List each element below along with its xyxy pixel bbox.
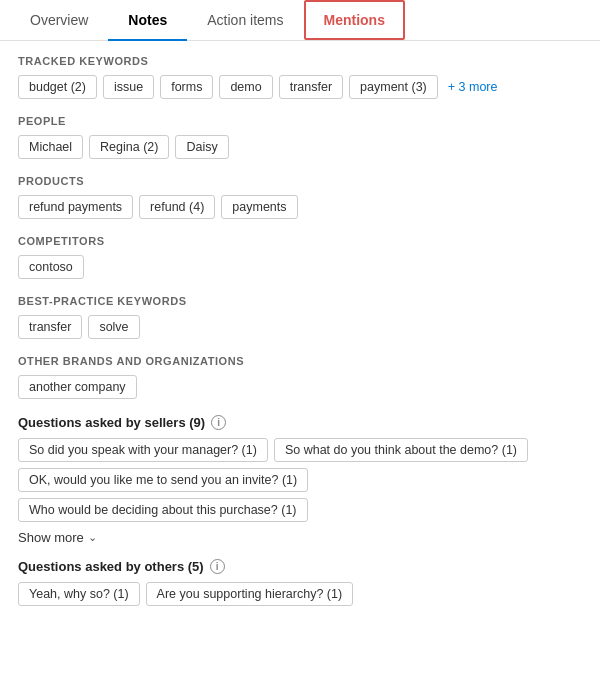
tab-notes[interactable]: Notes: [108, 0, 187, 40]
show-more-button[interactable]: Show more ⌄: [18, 530, 582, 545]
products-tags: refund payments refund (4) payments: [18, 195, 582, 219]
section-products: PRODUCTS refund payments refund (4) paym…: [18, 175, 582, 219]
tag-refund[interactable]: refund (4): [139, 195, 215, 219]
chevron-down-icon: ⌄: [88, 531, 97, 544]
show-more-label: Show more: [18, 530, 84, 545]
tab-bar: Overview Notes Action items Mentions: [0, 0, 600, 41]
tag-forms[interactable]: forms: [160, 75, 213, 99]
section-best-practice: BEST-PRACTICE KEYWORDS transfer solve: [18, 295, 582, 339]
best-practice-title: BEST-PRACTICE KEYWORDS: [18, 295, 582, 307]
other-brands-title: OTHER BRANDS AND ORGANIZATIONS: [18, 355, 582, 367]
other-brands-tags: another company: [18, 375, 582, 399]
tag-contoso[interactable]: contoso: [18, 255, 84, 279]
best-practice-tags: transfer solve: [18, 315, 582, 339]
tag-q-other-1[interactable]: Yeah, why so? (1): [18, 582, 140, 606]
questions-others-tags: Yeah, why so? (1) Are you supporting hie…: [18, 582, 582, 606]
tag-budget[interactable]: budget (2): [18, 75, 97, 99]
tag-q-seller-3[interactable]: OK, would you like me to send you an inv…: [18, 468, 308, 492]
questions-sellers-header: Questions asked by sellers (9) i: [18, 415, 582, 430]
people-title: PEOPLE: [18, 115, 582, 127]
tag-payments[interactable]: payments: [221, 195, 297, 219]
tag-issue[interactable]: issue: [103, 75, 154, 99]
tag-bp-transfer[interactable]: transfer: [18, 315, 82, 339]
content-area: TRACKED KEYWORDS budget (2) issue forms …: [0, 41, 600, 634]
tag-daisy[interactable]: Daisy: [175, 135, 228, 159]
tag-demo[interactable]: demo: [219, 75, 272, 99]
tracked-keywords-tags: budget (2) issue forms demo transfer pay…: [18, 75, 582, 99]
tab-overview[interactable]: Overview: [10, 0, 108, 40]
questions-others-info-icon[interactable]: i: [210, 559, 225, 574]
tag-refund-payments[interactable]: refund payments: [18, 195, 133, 219]
tag-q-seller-1[interactable]: So did you speak with your manager? (1): [18, 438, 268, 462]
questions-sellers-label: Questions asked by sellers (9): [18, 415, 205, 430]
tag-transfer[interactable]: transfer: [279, 75, 343, 99]
people-tags: Michael Regina (2) Daisy: [18, 135, 582, 159]
tag-q-other-2[interactable]: Are you supporting hierarchy? (1): [146, 582, 354, 606]
section-questions-others: Questions asked by others (5) i Yeah, wh…: [18, 559, 582, 606]
tracked-keywords-title: TRACKED KEYWORDS: [18, 55, 582, 67]
tab-action-items[interactable]: Action items: [187, 0, 303, 40]
tag-q-seller-2[interactable]: So what do you think about the demo? (1): [274, 438, 528, 462]
tag-another-company[interactable]: another company: [18, 375, 137, 399]
tracked-keywords-more[interactable]: + 3 more: [444, 75, 502, 99]
tag-payment[interactable]: payment (3): [349, 75, 438, 99]
tag-michael[interactable]: Michael: [18, 135, 83, 159]
section-questions-sellers: Questions asked by sellers (9) i So did …: [18, 415, 582, 545]
competitors-tags: contoso: [18, 255, 582, 279]
tag-bp-solve[interactable]: solve: [88, 315, 139, 339]
section-people: PEOPLE Michael Regina (2) Daisy: [18, 115, 582, 159]
questions-sellers-info-icon[interactable]: i: [211, 415, 226, 430]
products-title: PRODUCTS: [18, 175, 582, 187]
questions-others-header: Questions asked by others (5) i: [18, 559, 582, 574]
section-tracked-keywords: TRACKED KEYWORDS budget (2) issue forms …: [18, 55, 582, 99]
tab-mentions[interactable]: Mentions: [304, 0, 405, 40]
tag-regina[interactable]: Regina (2): [89, 135, 169, 159]
questions-others-label: Questions asked by others (5): [18, 559, 204, 574]
competitors-title: COMPETITORS: [18, 235, 582, 247]
section-other-brands: OTHER BRANDS AND ORGANIZATIONS another c…: [18, 355, 582, 399]
questions-sellers-tags: So did you speak with your manager? (1) …: [18, 438, 582, 522]
section-competitors: COMPETITORS contoso: [18, 235, 582, 279]
tag-q-seller-4[interactable]: Who would be deciding about this purchas…: [18, 498, 308, 522]
